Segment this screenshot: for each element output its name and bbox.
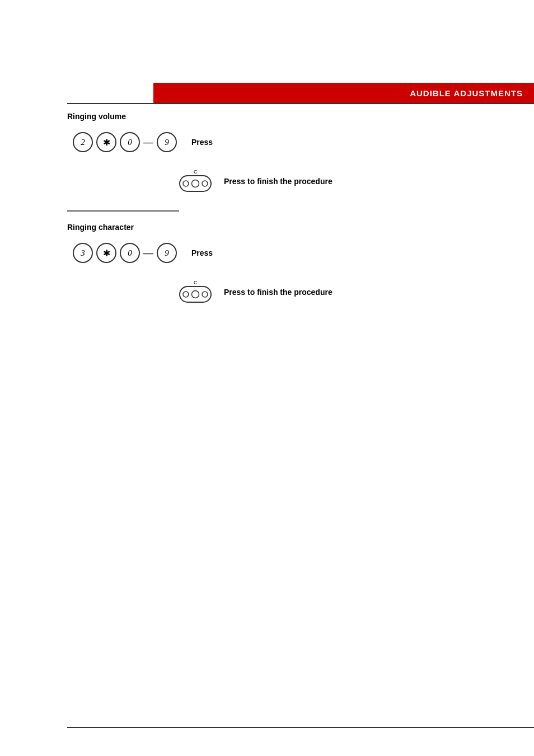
ringing-character-key-row: 3 ✱ 0 — 9 Press xyxy=(73,243,500,263)
key-dash-1: — xyxy=(143,137,153,148)
svg-rect-1 xyxy=(180,176,211,191)
press-label-1: Press xyxy=(191,138,213,147)
svg-point-3 xyxy=(192,180,199,187)
transfer-icon-1: C xyxy=(178,169,213,194)
finish-label-2: Press to finish the procedure xyxy=(224,288,332,297)
svg-point-8 xyxy=(192,291,199,298)
key-dash-2: — xyxy=(143,247,153,259)
svg-text:C: C xyxy=(194,280,198,285)
header-banner: AUDIBLE ADJUSTMENTS xyxy=(153,83,534,103)
svg-point-4 xyxy=(202,181,208,186)
bottom-divider xyxy=(67,727,534,728)
key-3: 3 xyxy=(73,243,93,263)
key-0-2: 0 xyxy=(120,243,140,263)
svg-point-9 xyxy=(202,292,208,297)
ringing-volume-key-row: 2 ✱ 0 — 9 Press xyxy=(73,132,500,152)
svg-text:C: C xyxy=(194,169,198,175)
main-content: Ringing volume 2 ✱ 0 — 9 Press C xyxy=(67,112,500,321)
ringing-volume-title: Ringing volume xyxy=(67,112,500,121)
svg-point-2 xyxy=(183,181,189,186)
header-title: AUDIBLE ADJUSTMENTS xyxy=(410,88,523,98)
ringing-character-section: Ringing character 3 ✱ 0 — 9 Press C xyxy=(67,223,500,304)
svg-point-7 xyxy=(183,292,189,297)
ringing-volume-section: Ringing volume 2 ✱ 0 — 9 Press C xyxy=(67,112,500,194)
press-label-2: Press xyxy=(191,248,213,257)
svg-rect-6 xyxy=(180,287,211,302)
top-divider xyxy=(67,103,534,104)
ringing-volume-finish-row: C Press to finish the procedure xyxy=(73,169,500,194)
transfer-icon-2: C xyxy=(178,280,213,304)
ringing-character-title: Ringing character xyxy=(67,223,500,232)
key-0-1: 0 xyxy=(120,132,140,152)
key-9-1: 9 xyxy=(157,132,177,152)
ringing-character-finish-row: C Press to finish the procedure xyxy=(73,280,500,304)
section-separator xyxy=(67,210,179,212)
finish-label-1: Press to finish the procedure xyxy=(224,177,332,186)
key-star-1: ✱ xyxy=(96,132,116,152)
key-2: 2 xyxy=(73,132,93,152)
key-star-2: ✱ xyxy=(96,243,116,263)
page: AUDIBLE ADJUSTMENTS Ringing volume 2 ✱ 0… xyxy=(0,0,534,756)
key-9-2: 9 xyxy=(157,243,177,263)
